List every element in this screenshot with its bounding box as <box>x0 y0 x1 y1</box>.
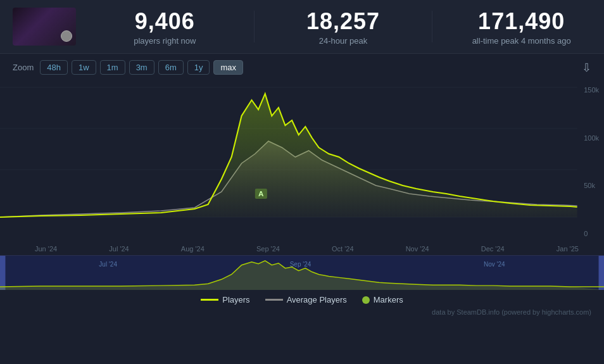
peak-24h-label: 24-hour peak <box>274 36 413 46</box>
alltime-peak-label: all-time peak 4 months ago <box>451 36 591 46</box>
x-label-aug: Aug '24 <box>181 245 204 253</box>
legend-players-line <box>201 299 218 301</box>
legend: Players Average Players Markers <box>0 290 604 307</box>
download-icon[interactable]: ⇩ <box>582 61 591 75</box>
y-label-150k: 150k <box>584 86 599 94</box>
zoom-1y[interactable]: 1y <box>187 60 210 75</box>
legend-avg-label: Average Players <box>287 295 347 304</box>
legend-avg-players: Average Players <box>265 295 347 304</box>
mini-chart: Jul '24 Sep '24 Nov '24 <box>0 255 604 290</box>
legend-markers: Markers <box>362 295 403 304</box>
main-chart-svg: A <box>0 81 604 242</box>
zoom-max[interactable]: max <box>213 60 243 75</box>
zoom-6m[interactable]: 6m <box>158 60 184 75</box>
mini-x-labels: Jul '24 Sep '24 Nov '24 <box>0 261 604 268</box>
chart-container: 150k 100k 50k 0 <box>0 81 604 318</box>
legend-players: Players <box>201 295 249 304</box>
x-label-jun: Jun '24 <box>35 245 57 253</box>
y-label-0: 0 <box>584 230 599 237</box>
legend-markers-dot <box>362 296 370 304</box>
x-label-jul: Jul '24 <box>109 245 129 253</box>
y-label-100k: 100k <box>584 134 599 142</box>
zoom-1w[interactable]: 1w <box>72 60 96 75</box>
legend-players-label: Players <box>222 295 249 304</box>
current-players-value: 9,406 <box>95 8 235 35</box>
stat-divider-2 <box>432 11 432 42</box>
x-label-oct: Oct '24 <box>332 245 354 253</box>
stat-alltime-peak: 171,490 all-time peak 4 months ago <box>451 8 591 46</box>
stat-peak-24h: 18,257 24-hour peak <box>274 8 413 46</box>
x-label-nov: Nov '24 <box>406 245 429 253</box>
header: 9,406 players right now 18,257 24-hour p… <box>0 0 604 54</box>
peak-24h-value: 18,257 <box>274 8 413 35</box>
alltime-peak-value: 171,490 <box>451 8 591 35</box>
main-chart: 150k 100k 50k 0 <box>0 81 604 242</box>
legend-markers-label: Markers <box>374 295 403 304</box>
zoom-1m[interactable]: 1m <box>100 60 125 75</box>
zoom-bar: Zoom 48h 1w 1m 3m 6m 1y max ⇩ <box>0 54 604 81</box>
legend-avg-line <box>265 299 283 301</box>
stat-current-players: 9,406 players right now <box>95 8 235 46</box>
stat-divider-1 <box>254 11 255 42</box>
footer-credit: data by SteamDB.info (powered by highcha… <box>0 307 604 318</box>
x-label-dec: Dec '24 <box>481 245 505 253</box>
svg-text:A: A <box>258 190 263 198</box>
zoom-label: Zoom <box>13 63 34 72</box>
game-thumbnail <box>13 8 76 46</box>
zoom-3m[interactable]: 3m <box>129 60 154 75</box>
mini-x-jul: Jul '24 <box>99 261 117 268</box>
y-label-50k: 50k <box>584 182 599 189</box>
mini-x-nov: Nov '24 <box>484 261 505 268</box>
x-label-sep: Sep '24 <box>256 245 280 253</box>
x-axis: Jun '24 Jul '24 Aug '24 Sep '24 Oct '24 … <box>0 242 604 255</box>
y-axis: 150k 100k 50k 0 <box>584 81 599 242</box>
current-players-label: players right now <box>95 36 235 46</box>
zoom-48h[interactable]: 48h <box>40 60 68 75</box>
mini-x-sep: Sep '24 <box>290 261 311 268</box>
x-label-jan: Jan '25 <box>557 245 579 253</box>
